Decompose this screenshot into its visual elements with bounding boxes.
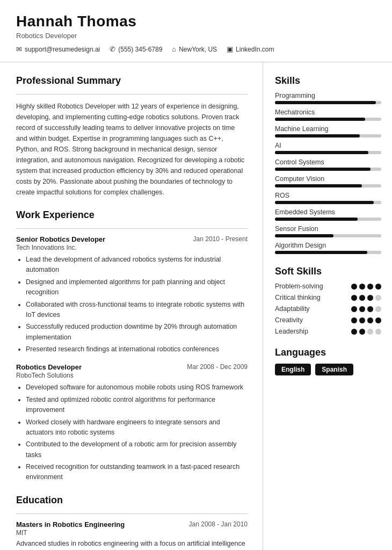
skill-name: Programming: [275, 92, 381, 99]
soft-skill-item: Leadership: [275, 328, 381, 335]
soft-skill-name: Adaptability: [275, 305, 310, 313]
job-title: Robotics Developer: [16, 363, 82, 371]
right-column: Skills Programming Mechatronics Machine …: [263, 62, 392, 550]
skill-dot: [375, 329, 381, 335]
bullet-item: Developed software for autonomous mobile…: [26, 382, 248, 393]
skill-item: Machine Learning: [275, 125, 381, 138]
skill-bar-track: [275, 184, 381, 187]
languages-title: Languages: [275, 347, 381, 358]
contact-text: LinkedIn.com: [236, 46, 274, 53]
job-dates: Mar 2008 - Dec 2009: [187, 363, 248, 371]
skill-dot: [375, 295, 381, 301]
bullet-item: Contributed to the development of a robo…: [26, 439, 248, 460]
skill-dot: [375, 284, 381, 290]
skill-bar-fill: [275, 201, 374, 204]
skill-item: Mechatronics: [275, 108, 381, 121]
skill-dot: [359, 295, 365, 301]
job-company: Tech Innovations Inc.: [16, 244, 248, 251]
skill-item: Algorithm Design: [275, 242, 381, 254]
job-company: RoboTech Solutions: [16, 372, 248, 379]
skill-bar-track: [275, 168, 381, 171]
skill-dot: [375, 317, 381, 323]
edu-description: Advanced studies in robotics engineering…: [16, 539, 248, 550]
skill-dot: [367, 295, 373, 301]
skill-name: Algorithm Design: [275, 242, 381, 249]
soft-skill-item: Critical thinking: [275, 294, 381, 301]
skill-dot: [359, 284, 365, 290]
skill-bar-fill: [275, 251, 367, 254]
skill-bar-fill: [275, 168, 371, 171]
skill-dots: [351, 329, 381, 335]
bullet-item: Received recognition for outstanding tea…: [26, 462, 248, 483]
summary-text: Highly skilled Robotics Developer with 1…: [16, 101, 248, 198]
email-icon: ✉: [16, 45, 22, 53]
skill-bar-fill: [275, 234, 333, 237]
contact-item-email: ✉support@resumedesign.ai: [16, 45, 100, 53]
job-title: Senior Robotics Developer: [16, 235, 105, 243]
bullet-item: Successfully reduced production downtime…: [26, 322, 248, 343]
edu-header: Masters in Robotics Engineering Jan 2008…: [16, 520, 248, 529]
summary-divider: [16, 94, 248, 95]
soft-skill-name: Creativity: [275, 316, 303, 324]
skills-section: Skills Programming Mechatronics Machine …: [275, 75, 381, 254]
candidate-name: Hannah Thomas: [16, 13, 376, 30]
skill-bar-fill: [275, 151, 368, 154]
skill-name: ROS: [275, 192, 381, 199]
skill-dot: [367, 284, 373, 290]
job-item: Robotics Developer Mar 2008 - Dec 2009 R…: [16, 363, 248, 482]
skill-dot: [351, 284, 357, 290]
skill-dot: [359, 317, 365, 323]
skill-dots: [351, 284, 381, 290]
skill-bar-fill: [275, 101, 376, 104]
soft-skill-name: Critical thinking: [275, 294, 321, 301]
skill-dot: [359, 329, 365, 335]
job-item: Senior Robotics Developer Jan 2010 - Pre…: [16, 235, 248, 354]
skill-bar-track: [275, 218, 381, 221]
header: Hannah Thomas Robotics Developer ✉suppor…: [0, 0, 392, 62]
skill-dot: [367, 306, 373, 312]
skill-item: Programming: [275, 92, 381, 104]
bullet-item: Lead the development of advanced robotic…: [26, 255, 248, 276]
contact-text: NewYork, US: [179, 46, 217, 53]
linkedin-icon: ▣: [227, 45, 233, 53]
edu-container: Masters in Robotics Engineering Jan 2008…: [16, 520, 248, 550]
soft-skill-item: Problem-solving: [275, 283, 381, 290]
education-section: Education Masters in Robotics Engineerin…: [16, 495, 248, 550]
bullet-item: Collaborated with cross-functional teams…: [26, 300, 248, 321]
skill-name: Control Systems: [275, 158, 381, 166]
bullet-item: Presented research findings at internati…: [26, 344, 248, 354]
skill-item: Computer Vision: [275, 175, 381, 187]
soft-skill-item: Adaptability: [275, 305, 381, 313]
skill-dot: [351, 306, 357, 312]
job-header: Senior Robotics Developer Jan 2010 - Pre…: [16, 235, 248, 243]
skill-bar-fill: [275, 218, 358, 221]
body-columns: Professional Summary Highly skilled Robo…: [0, 62, 392, 550]
skill-dot: [367, 317, 373, 323]
edu-school: MIT: [16, 529, 248, 537]
skill-name: Mechatronics: [275, 108, 381, 116]
location-icon: ⌂: [172, 45, 176, 53]
skill-name: Sensor Fusion: [275, 225, 381, 233]
soft-skill-name: Leadership: [275, 328, 308, 335]
soft-skills-section: Soft Skills Problem-solving Critical thi…: [275, 266, 381, 335]
skill-bar-track: [275, 101, 381, 104]
skill-dot: [351, 329, 357, 335]
skill-item: Embedded Systems: [275, 208, 381, 221]
edu-item: Masters in Robotics Engineering Jan 2008…: [16, 520, 248, 550]
skill-dots: [351, 306, 381, 312]
contact-item-location: ⌂NewYork, US: [172, 45, 217, 53]
skill-name: Machine Learning: [275, 125, 381, 133]
summary-title: Professional Summary: [16, 75, 248, 89]
skill-item: ROS: [275, 192, 381, 204]
languages-section: Languages EnglishSpanish: [275, 347, 381, 375]
skill-dot: [351, 295, 357, 301]
lang-container: EnglishSpanish: [275, 364, 381, 375]
contact-text: support@resumedesign.ai: [25, 46, 100, 53]
contact-row: ✉support@resumedesign.ai✆(555) 345-6789⌂…: [16, 45, 376, 53]
skill-item: Control Systems: [275, 158, 381, 171]
edu-dates: Jan 2008 - Jan 2010: [189, 520, 248, 528]
phone-icon: ✆: [110, 45, 115, 53]
bullet-item: Tested and optimized robotic control alg…: [26, 395, 248, 416]
skill-dot: [351, 317, 357, 323]
jobs-container: Senior Robotics Developer Jan 2010 - Pre…: [16, 235, 248, 483]
